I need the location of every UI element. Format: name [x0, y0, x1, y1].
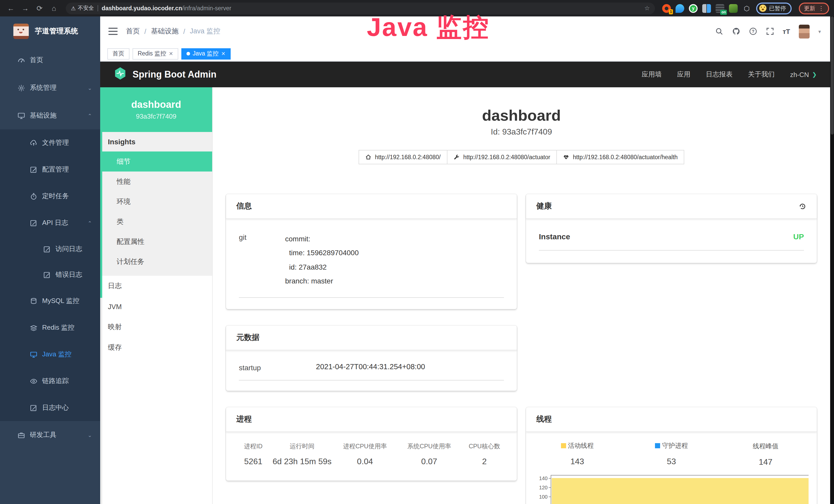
health-url-button[interactable]: http://192.168.0.2:48080/actuator/health [557, 150, 684, 164]
breadcrumb-home[interactable]: 首页 [126, 27, 140, 36]
help-icon[interactable]: ? [749, 27, 757, 36]
user-menu-caret-icon[interactable]: ▾ [818, 28, 821, 34]
bookmark-star-icon[interactable]: ☆ [644, 5, 650, 12]
screen: ← → ⟳ ⌂ ⚠ 不安全 dashboard.yudao.iocoder.cn… [0, 0, 834, 504]
reload-icon[interactable]: ⟳ [34, 3, 45, 14]
github-icon[interactable] [732, 27, 740, 36]
page-title: dashboard [213, 107, 830, 124]
user-avatar[interactable] [799, 24, 810, 38]
sidebar-item-infra[interactable]: 基础设施 ⌃ [0, 102, 100, 130]
scrollbar-thumb[interactable] [831, 17, 834, 135]
sidebar-item-scheduled-jobs[interactable]: 定时任务 [0, 183, 100, 209]
chevron-up-icon: ⌃ [88, 113, 92, 118]
threads-card-header: 线程 [526, 407, 817, 432]
card-title: 信息 [236, 201, 252, 211]
not-secure-warning[interactable]: ⚠ 不安全 [71, 5, 94, 12]
home-icon[interactable]: ⌂ [48, 3, 60, 14]
sba-sidebar-item-scheduled-tasks[interactable]: 计划任务 [100, 252, 212, 272]
sidebar-item-label: 日志中心 [42, 403, 69, 412]
profile-avatar-emoji [759, 5, 766, 12]
tab-label: Redis 监控 [138, 50, 166, 58]
sidebar-item-config-mgmt[interactable]: 配置管理 [0, 156, 100, 183]
extension-icon-pin[interactable] [676, 4, 684, 13]
sidebar-item-system[interactable]: 系统管理 ⌄ [0, 74, 100, 102]
sidebar-item-label: 系统管理 [30, 83, 57, 92]
sidebar-item-redis-monitor[interactable]: Redis 监控 [0, 314, 100, 341]
sba-nav-wall[interactable]: 应用墙 [642, 70, 662, 79]
sba-sidebar-item-jvm[interactable]: JVM [100, 296, 212, 317]
extension-icon-rows[interactable]: on [716, 4, 724, 13]
sidebar-item-log-center[interactable]: 日志中心 [0, 394, 100, 421]
app-title: 芋道管理系统 [35, 27, 78, 36]
tab-home[interactable]: 首页 [107, 48, 129, 59]
tab-redis-monitor[interactable]: Redis 监控 ✕ [133, 48, 178, 59]
sba-nav-journal[interactable]: 日志报表 [706, 70, 732, 79]
sidebar-item-java-monitor[interactable]: Java 监控 [0, 341, 100, 368]
browser-update-button[interactable]: 更新 ⋮ [799, 2, 829, 14]
sba-sidebar-item-logs[interactable]: 日志 [100, 276, 212, 296]
sba-locale-select[interactable]: zh-CN ❯ [790, 71, 817, 78]
sba-sidebar-item-metrics[interactable]: 性能 [100, 171, 212, 191]
sidebar-item-label: 定时任务 [42, 191, 69, 201]
extension-icon-grid[interactable] [702, 4, 711, 13]
gear-icon [18, 84, 25, 92]
sba-nav-about[interactable]: 关于我们 [748, 70, 775, 79]
paused-label: 已暂停 [769, 4, 786, 12]
sba-brand[interactable]: Spring Boot Admin [113, 67, 217, 83]
sidebar-item-label: 错误日志 [56, 270, 82, 279]
actuator-url-button[interactable]: http://192.168.0.2:48080/actuator [447, 150, 557, 164]
extension-icon-orange[interactable]: 1 [662, 4, 671, 13]
browser-menu-icon[interactable]: ⋮ [818, 5, 824, 12]
sidebar-item-mysql-monitor[interactable]: MySQL 监控 [0, 288, 100, 314]
history-icon[interactable] [798, 202, 807, 210]
service-url-button[interactable]: http://192.168.0.2:48080/ [358, 150, 447, 164]
legend-label: 守护进程 [662, 441, 688, 450]
breadcrumb-current: Java 监控 [190, 27, 220, 36]
back-icon[interactable]: ← [5, 3, 17, 14]
sba-sidebar-item-details[interactable]: 细节 [100, 152, 212, 171]
sidebar-collapse-icon[interactable] [108, 28, 118, 35]
process-card: 进程 进程ID 5261 运行时间 6d 23h 15m 59s [226, 407, 517, 481]
sba-sidebar-item-config-props[interactable]: 配置属性 [100, 232, 212, 252]
extensions-puzzle-icon[interactable]: ⬡ [742, 4, 751, 13]
tab-java-monitor[interactable]: Java 监控 ✕ [181, 48, 231, 59]
browser-scrollbar[interactable] [830, 17, 834, 504]
sba-logo-icon [113, 67, 127, 83]
info-card-header: 信息 [226, 194, 517, 219]
close-icon[interactable]: ✕ [169, 51, 173, 56]
sidebar-item-error-log[interactable]: 错误日志 [0, 262, 100, 288]
close-icon[interactable]: ✕ [221, 51, 225, 56]
sba-sidebar-item-environment[interactable]: 环境 [100, 191, 212, 211]
search-icon[interactable] [715, 27, 723, 36]
legend-live-threads: 活动线程 143 [530, 441, 624, 467]
sba-sidebar-item-mappings[interactable]: 映射 [100, 317, 212, 337]
extension-icon-green-y[interactable]: y [689, 4, 698, 13]
font-size-icon[interactable]: тT [783, 27, 790, 35]
fullscreen-icon[interactable] [766, 27, 774, 36]
sidebar-scrollbar-thumb[interactable] [100, 87, 102, 298]
forward-icon[interactable]: → [20, 3, 31, 14]
sba-nav: 应用墙 应用 日志报表 关于我们 zh-CN ❯ [642, 70, 817, 79]
sba-sidebar-item-classes[interactable]: 类 [100, 211, 212, 232]
address-bar[interactable]: ⚠ 不安全 dashboard.yudao.iocoder.cn/infra/a… [66, 2, 655, 14]
svg-text:?: ? [751, 29, 754, 34]
app-logo-row[interactable]: 芋道管理系统 [0, 17, 100, 46]
sidebar-item-dev-tools[interactable]: 研发工具 ⌄ [0, 421, 100, 449]
url-text[interactable]: dashboard.yudao.iocoder.cn/infra/admin-s… [102, 5, 232, 11]
breadcrumb-section[interactable]: 基础设施 [151, 27, 179, 36]
sidebar-item-tracing[interactable]: 链路追踪 [0, 368, 100, 394]
briefcase-icon [18, 431, 25, 439]
card-title: 进程 [236, 414, 252, 424]
sidebar-item-home[interactable]: 首页 [0, 46, 100, 74]
sba-main: dashboard Id: 93a3fc7f7409 http://192.16… [213, 87, 830, 504]
sba-nav-applications[interactable]: 应用 [677, 70, 690, 79]
sidebar-item-file-mgmt[interactable]: 文件管理 [0, 130, 100, 156]
extension-icon-leaf[interactable] [729, 4, 738, 13]
instance-header[interactable]: dashboard 93a3fc7f7409 [100, 87, 212, 132]
sidebar-item-access-log[interactable]: 访问日志 [0, 236, 100, 262]
sidebar-item-api-log[interactable]: API 日志 ⌃ [0, 209, 100, 236]
profile-paused-chip[interactable]: 已暂停 [756, 2, 792, 14]
info-git-row: git commit: time: 1596289704000 id: 27aa… [239, 219, 504, 298]
sba-sidebar-item-caches[interactable]: 缓存 [100, 337, 212, 358]
sidebar-item-label: 配置管理 [42, 165, 69, 174]
